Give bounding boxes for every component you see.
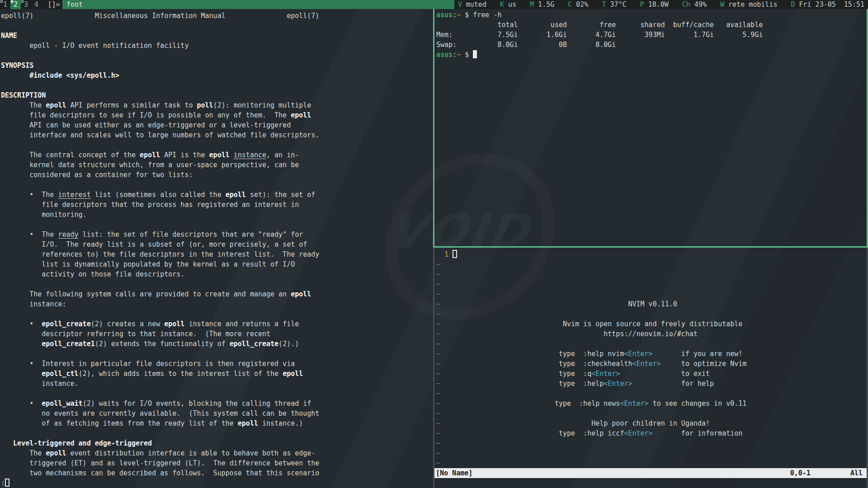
man-line: The following system calls are provided …	[1, 289, 433, 299]
man-line: epoll(7) Miscellaneous Information Manua…	[1, 11, 433, 21]
nvim-cursor	[453, 250, 457, 258]
man-line	[1, 80, 433, 90]
nvim-row: 1	[436, 249, 868, 259]
window-title-text: foot	[66, 0, 83, 9]
nvim-row: ~	[436, 259, 868, 269]
free-output-row: Swap: 8.0Gi 0B 8.0Gi	[436, 40, 868, 50]
man-line: descriptor referring to that instance. (…	[1, 329, 433, 339]
tag-client-indicator	[21, 0, 24, 3]
nvim-row: ~ type :help<Enter> for help	[436, 379, 868, 389]
layout-symbol[interactable]: []=	[45, 0, 62, 9]
manpage-terminal-window[interactable]: epoll(7) Miscellaneous Information Manua…	[0, 9, 433, 488]
man-line: I/O. The ready list is a subset of (or, …	[1, 239, 433, 249]
workspace-tag-3[interactable]: 3	[21, 0, 31, 9]
workspace-tag-4[interactable]: 4	[31, 0, 42, 9]
man-line: DESCRIPTION	[1, 90, 433, 100]
man-line: instance:	[1, 299, 433, 309]
man-line: The central concept of the epoll API is …	[1, 150, 433, 160]
man-line: • epoll_wait(2) waits for I/O events, bl…	[1, 399, 433, 408]
man-line: monitoring.	[1, 210, 433, 220]
man-line	[1, 428, 433, 438]
man-line: list is dynamically populated by the ker…	[1, 259, 433, 269]
man-line: Level-triggered and edge-triggered	[1, 438, 433, 448]
status-segment-w: W rete mobilis	[720, 0, 777, 9]
nvim-row: ~	[436, 309, 868, 319]
man-line: triggered (ET) and as level-triggered (L…	[1, 458, 433, 468]
man-line: NAME	[1, 31, 433, 41]
status-segment-ch: Ch 49%	[682, 0, 707, 9]
status-segment-d: D Fri 23-05 15:51	[791, 0, 864, 9]
pager-prompt-line: :	[1, 478, 433, 488]
nvim-row: ~ type :help iccf<Enter> for information	[436, 428, 868, 438]
man-line: SYNOPSIS	[1, 61, 433, 70]
nvim-row: ~ type :help news<Enter> to see changes …	[436, 399, 868, 408]
nvim-row: ~	[436, 339, 868, 349]
man-line	[1, 140, 433, 150]
man-line: #include <sys/epoll.h>	[1, 70, 433, 80]
nvim-row: ~ Nvim is open source and freely distrib…	[436, 319, 868, 329]
free-output-row: total used free shared buff/cache availa…	[436, 20, 868, 30]
man-line	[1, 51, 433, 61]
free-output-row: Mem: 7.5Gi 1.6Gi 4.7Gi 393Mi 1.7Gi 5.9Gi	[436, 30, 868, 40]
nvim-row: ~ type :help nvim<Enter> if you are new!	[436, 349, 868, 359]
status-segment-k: K us	[500, 0, 516, 9]
status-segment-c: C 02%	[568, 0, 588, 9]
man-line: of as fetching items from the ready list…	[1, 418, 433, 428]
man-line: epoll_ctl(2), which adds items to the in…	[1, 369, 433, 379]
man-line: • The interest list (sometimes also call…	[1, 190, 433, 200]
nvim-row: ~	[436, 279, 868, 289]
nvim-statusline: [No Name] 0,0-1 All	[434, 468, 868, 478]
man-line: activity on those file descriptors.	[1, 269, 433, 279]
status-segment-t: T 37°C	[602, 0, 626, 9]
nvim-row: ~ type :q<Enter> to exit	[436, 369, 868, 379]
nvim-row: ~	[436, 458, 868, 468]
man-line: instance.	[1, 379, 433, 389]
nvim-buffer: 1 ~~~~~ NVIM v0.11.0~~ Nvim is open sour…	[434, 249, 868, 468]
man-line	[1, 309, 433, 319]
nvim-row: ~ https://neovim.io/#chat	[436, 329, 868, 339]
shell-prompt-line: asus:~ $ free -h	[436, 10, 868, 20]
workspace-tag-1[interactable]: 1	[0, 0, 10, 9]
man-line	[1, 279, 433, 289]
man-line: API can be used either as an edge-trigge…	[1, 120, 433, 130]
nvim-row: ~	[436, 448, 868, 458]
status-segment-p: P 18.0W	[640, 0, 669, 9]
man-line: no events are currently available. (This…	[1, 408, 433, 418]
window-border-vertical-unfocused	[433, 248, 434, 488]
tag-client-indicator	[0, 0, 3, 3]
tag-client-indicator	[11, 0, 13, 3]
nvim-row: ~ type :checkhealth<Enter> to optimize N…	[436, 359, 868, 369]
window-border-vertical-focused	[433, 9, 434, 246]
terminal-window-free[interactable]: asus:~ $ free -h total used free shared …	[434, 9, 868, 246]
man-line	[1, 389, 433, 399]
nvim-file-name: [No Name]	[436, 468, 472, 478]
man-line: considered as a container for two lists:	[1, 170, 433, 180]
status-segment-v: V muted	[458, 0, 486, 9]
pager-cursor	[5, 479, 9, 487]
status-segment-m: M 1.5G	[530, 0, 554, 9]
man-line: interface and scales well to large numbe…	[1, 130, 433, 140]
status-segments: V mutedK usM 1.5GC 02%T 37°CP 18.0WCh 49…	[454, 0, 868, 9]
nvim-row: ~	[436, 269, 868, 279]
focused-window-title: foot	[62, 0, 454, 9]
nvim-row: ~ NVIM v0.11.0	[436, 299, 868, 309]
workspace-tags: 1234	[0, 0, 42, 9]
man-line: The epoll event distribution interface i…	[1, 448, 433, 458]
man-line: • Interest in particular file descriptor…	[1, 359, 433, 369]
man-line: epoll - I/O event notification facility	[1, 41, 433, 51]
nvim-cmdline	[434, 478, 868, 488]
man-line	[1, 21, 433, 31]
man-line: file descriptors that the process has re…	[1, 200, 433, 210]
man-line	[1, 349, 433, 359]
man-line: kernel data structure which, from a user…	[1, 160, 433, 170]
workspace-tag-2[interactable]: 2	[10, 0, 21, 9]
neovim-window[interactable]: 1 ~~~~~ NVIM v0.11.0~~ Nvim is open sour…	[434, 248, 868, 488]
man-line	[1, 180, 433, 190]
man-line: references to) the file descriptors in t…	[1, 249, 433, 259]
window-border-horizontal-focused	[433, 246, 868, 248]
terminal-cursor	[473, 50, 477, 58]
nvim-ruler: 0,0-1	[790, 468, 811, 478]
nvim-row: ~	[436, 289, 868, 299]
nvim-row: ~	[436, 408, 868, 418]
nvim-row: ~	[436, 438, 868, 448]
